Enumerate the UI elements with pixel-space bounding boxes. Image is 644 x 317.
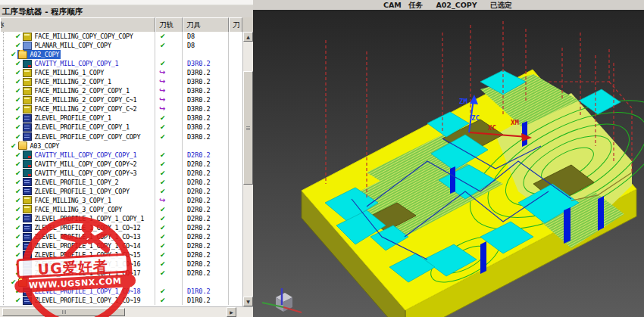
tool-name: D8 (187, 41, 195, 50)
tree-row[interactable]: ✔ FACE_MILLING_COPY_COPY_COPY ✔ D8 (0, 32, 242, 41)
vertical-scrollbar-thumb[interactable] (243, 71, 253, 185)
horizontal-scrollbar-thumb[interactable] (2, 308, 125, 316)
generated-check-icon: ✔ (160, 223, 166, 232)
viewport-status-bar: CAM 任务 A02_COPY 已选定 (253, 0, 644, 11)
axis-label-zc: ZC (471, 114, 480, 122)
column-header-toolpath[interactable]: 刀轨 (155, 17, 183, 33)
operation-name: FACE_MILLING_3_COPY_COPY (33, 205, 124, 214)
column-header-tool[interactable]: 刀具 (183, 17, 229, 33)
tool-cell: D2R0.2 (183, 214, 229, 223)
generated-check-icon: ✔ (160, 232, 166, 241)
tree-row[interactable]: ✔ ZLEVEL_PROFILE_1_COPY_1_CO~16 ✔ D2R0.2 (0, 260, 242, 269)
generated-check-icon: ✔ (160, 269, 166, 278)
tree-row[interactable]: ✔ CAVITY_MILL_COPY_COPY_COPY~3 ✔ D2R0.2 (0, 169, 242, 178)
operation-name: FACE_MILLING_1_COPY (33, 68, 106, 77)
tree-row[interactable]: ✔ ZLEVEL_PROFILE_COPY_1 ✔ D3R0.2 (0, 113, 242, 123)
zlevel-icon (23, 287, 32, 296)
operation-name: ZLEVEL_PROFILE_1_COPY_1_CO~14 (33, 241, 142, 250)
tree-indent-guide (3, 278, 10, 287)
tree-row[interactable]: ✔ A03_COPY (0, 141, 242, 151)
approved-check-icon: ✔ (15, 104, 21, 113)
scroll-right-icon[interactable]: ▶ (227, 307, 236, 317)
tree-row[interactable]: ✔ FACE_MILLING_1_COPY ↪ D3R0.2 (0, 68, 242, 77)
tree-row[interactable]: ✔ ZLEVEL_PROFILE_1_COPY_1_CO~19 ✔ D1R0.2 (0, 296, 242, 305)
tree-row[interactable]: ✔ ZLEVEL_PROFILE_1_COPY_COPY ✔ D2R0.2 (0, 187, 242, 196)
tool-name: D2R0.2 (187, 241, 211, 250)
tool-cell: D3R0.2 (183, 132, 229, 141)
toolpath-status-cell: ✔ (155, 214, 183, 223)
tool-name: D8 (187, 32, 195, 41)
operation-name: CAVITY_MILL_COPY_COPY_COPY~2 (33, 160, 139, 169)
tree-row[interactable]: ✔ CAVITY_MILL_COPY_COPY_1 ✔ D3R0.2 (0, 59, 242, 68)
tree-row[interactable]: ✔ CAVITY_MILL_COPY_COPY_COPY_1 ✔ D2R0.2 (0, 151, 242, 160)
tree-row[interactable]: ✔ ZLEVEL_PROFILE_1_COPY_1_CO~18 ✔ D1R0.2 (0, 287, 242, 296)
tree-row[interactable]: ✔ ZLEVEL_PROFILE_1_COPY_1_CO~12 ✔ D2R0.2 (0, 223, 242, 232)
tool-name: D1R0.2 (187, 287, 211, 296)
approved-check-icon: ✔ (15, 41, 21, 50)
face-icon (23, 96, 32, 104)
tree-indent-guide (3, 77, 14, 86)
tree-row[interactable]: ✔ FACE_MILLING_2_COPY_COPY_1 ↪ D3R0.2 (0, 86, 242, 95)
tool-name: D2R0.2 (187, 232, 211, 241)
tree-row[interactable]: ✔ (0, 278, 242, 287)
tree-row[interactable]: ✔ FACE_MILLING_3_COPY_COPY ✔ D2R0.2 (0, 205, 242, 214)
column-header-corner (242, 17, 253, 33)
face-icon (23, 205, 32, 213)
tree-row[interactable]: ✔ ZLEVEL_PROFILE_1_COPY_2 ✔ D2R0.2 (0, 178, 242, 187)
tree-row[interactable]: ✔ ZLEVEL_PROFILE_COPY_COPY_1 ✔ D3R0.2 (0, 123, 242, 132)
tree-row[interactable]: ✔ ZLEVEL_PROFILE_1_COPY_1_CO~14 ✔ D2R0.2 (0, 241, 242, 250)
toolpath-status-cell: ✔ (155, 205, 183, 214)
approved-check-icon: ✔ (15, 269, 21, 278)
vertical-scrollbar[interactable]: ▲ ▼ (242, 32, 253, 306)
tree-row[interactable]: ✔ FACE_MILLING_2_COPY_COPY_C~1 ↪ D3R0.2 (0, 95, 242, 104)
operation-name: ZLEVEL_PROFILE_COPY_COPY_COPY (33, 132, 142, 141)
tool-name: D2R0.2 (187, 250, 211, 260)
scroll-down-icon[interactable]: ▼ (243, 297, 253, 306)
toolpath-status-cell: ↪ (155, 95, 183, 104)
operation-name: A02_COPY (29, 50, 61, 59)
column-header-tool2[interactable]: 刀 (229, 17, 242, 33)
scroll-up-icon[interactable]: ▲ (243, 32, 253, 42)
generated-check-icon: ✔ (160, 250, 166, 260)
toolpath-status-cell: ✔ (155, 169, 183, 178)
operation-name: FACE_MILLING_3_COPY_1 (33, 196, 113, 205)
approved-check-icon: ✔ (15, 232, 21, 241)
approved-check-icon: ✔ (11, 278, 17, 287)
operation-name: ZLEVEL_PROFILE_1_COPY_1_COPY_1 (33, 214, 146, 223)
tree-row[interactable]: ✔ A02_COPY (0, 50, 242, 59)
tree-row[interactable]: ✔ FACE_MILLING_3_COPY_1 ↪ D2R0.2 (0, 196, 242, 205)
cavity-icon (23, 160, 32, 168)
tool-cell (183, 278, 229, 287)
tree-column-headers: 称 刀轨 刀具 刀 (0, 17, 253, 33)
face-icon (23, 69, 32, 77)
tree-row[interactable]: ✔ FACE_MILLING_2_COPY_COPY_C~2 ↪ D3R0.2 (0, 104, 242, 113)
approved-check-icon: ✔ (15, 250, 21, 260)
face-icon (23, 33, 32, 41)
face-icon (23, 87, 32, 95)
axis-label-xm: XM (511, 119, 519, 126)
tree-row[interactable]: ✔ ZLEVEL_PROFILE_1_COPY_1_CO~13 ✔ D2R0.2 (0, 232, 242, 241)
tree-row[interactable]: ✔ ZLEVEL_PROFILE_COPY_COPY_COPY ✔ D3R0.2 (0, 132, 242, 141)
regenerate-icon: ↪ (159, 196, 165, 205)
approved-check-icon: ✔ (11, 50, 17, 59)
tree-row[interactable]: ✔ ZLEVEL_PROFILE_1_COPY_1_COPY_1 ✔ D2R0.… (0, 214, 242, 223)
operation-name: PLANAR_MILL_COPY_COPY (33, 41, 113, 50)
status-state: 已选定 (490, 1, 512, 9)
tree-indent-guide (3, 196, 14, 205)
operation-name: ZLEVEL_PROFILE_1_COPY_1_CO~12 (33, 223, 142, 232)
tree-row[interactable]: ✔ FACE_MILLING_2_COPY_1 ↪ D3R0.2 (0, 77, 242, 86)
3d-model-canvas[interactable]: ZM ZC XC XM (253, 10, 644, 317)
column-header-name[interactable]: 称 (0, 17, 155, 33)
horizontal-scrollbar[interactable]: ▶ (0, 306, 253, 317)
regenerate-icon: ↪ (159, 77, 165, 86)
graphics-viewport: CAM 任务 A02_COPY 已选定 (253, 0, 644, 317)
tree-row[interactable]: ✔ CAVITY_MILL_COPY_COPY_COPY~2 ✔ D2R0.2 (0, 160, 242, 169)
tree-row[interactable]: ✔ PLANAR_MILL_COPY_COPY ✔ D8 (0, 41, 242, 50)
tree-row[interactable]: ✔ ZLEVEL_PROFILE_1_COPY_1_CO~15 ✔ D2R0.2 (0, 250, 242, 260)
generated-check-icon: ✔ (160, 160, 166, 169)
tree-row[interactable]: ✔ ZLEVEL_PROFILE_1_COPY_1_CO~17 ✔ D2R0.2 (0, 269, 242, 278)
zlevel-icon (23, 233, 32, 241)
tool-name: D3R0.2 (187, 59, 211, 68)
cavity-icon (23, 169, 32, 177)
generated-check-icon: ✔ (160, 260, 166, 269)
